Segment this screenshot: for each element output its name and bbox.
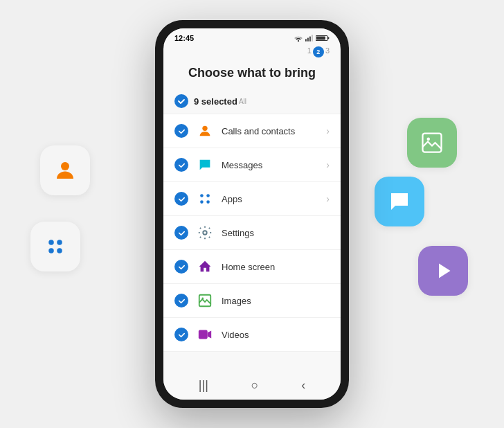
recents-gesture[interactable]: ‹ [301, 378, 305, 393]
svg-point-0 [61, 162, 69, 170]
selected-row: 9 selected All [163, 89, 341, 114]
back-gesture[interactable]: ||| [199, 378, 208, 393]
label-messages: Messages [222, 160, 326, 170]
list-item-homescreen[interactable]: Home screen [163, 250, 341, 284]
check-homescreen [174, 260, 188, 274]
label-settings: Settings [222, 228, 330, 238]
svg-rect-14 [316, 37, 325, 40]
svg-rect-10 [309, 37, 311, 42]
status-bar: 12:45 [163, 28, 341, 45]
svg-point-19 [206, 200, 210, 204]
list-item-settings[interactable]: Settings [163, 216, 341, 250]
list-item-messages[interactable]: Messages › [163, 148, 341, 182]
svg-point-17 [206, 194, 210, 197]
icon-images [195, 291, 215, 310]
home-gesture[interactable]: ○ [251, 378, 259, 393]
svg-point-15 [202, 126, 207, 131]
time-display: 12:45 [174, 34, 194, 42]
list-item-images[interactable]: Images [163, 284, 341, 318]
svg-point-20 [203, 231, 207, 235]
svg-point-16 [200, 194, 204, 197]
selected-count: 9 selected [194, 96, 237, 107]
icon-calls [195, 121, 215, 141]
check-settings [174, 226, 188, 240]
svg-point-4 [57, 248, 62, 253]
svg-point-3 [48, 248, 54, 253]
icon-messages [195, 155, 215, 175]
list-container: Calls and contacts › Messages › [163, 114, 341, 371]
step-3: 3 [325, 46, 330, 57]
svg-rect-13 [327, 37, 329, 39]
bubble-image-icon [407, 118, 457, 168]
check-messages [174, 158, 188, 172]
icon-settings [195, 223, 215, 242]
label-calls: Calls and contacts [222, 126, 326, 136]
bubble-chat-icon [375, 177, 424, 226]
bubble-person-icon [40, 145, 90, 195]
icon-apps [195, 189, 215, 208]
svg-point-6 [427, 138, 431, 141]
check-apps [174, 192, 188, 206]
page-title: Choose what to bring [163, 60, 341, 89]
list-item-videos[interactable]: Videos [163, 318, 341, 352]
chevron-calls: › [326, 125, 330, 136]
svg-rect-5 [423, 134, 442, 152]
label-homescreen: Home screen [222, 262, 330, 272]
all-check-icon [174, 94, 188, 108]
svg-point-1 [48, 240, 54, 245]
list-item-apps[interactable]: Apps › [163, 182, 341, 216]
list-item-calls[interactable]: Calls and contacts › [163, 114, 341, 148]
bubble-play-icon [418, 246, 468, 296]
label-images: Images [222, 296, 330, 306]
svg-rect-8 [305, 39, 307, 42]
step-indicator: 1 2 3 [163, 45, 341, 60]
svg-point-7 [298, 40, 299, 42]
step-1: 1 [307, 46, 312, 57]
check-calls [174, 124, 188, 138]
bubble-dots-icon [30, 222, 80, 271]
check-images [174, 294, 188, 307]
status-icons [294, 35, 330, 42]
phone-screen: 12:45 [163, 28, 341, 400]
chevron-apps: › [326, 193, 330, 204]
check-videos [174, 328, 188, 341]
svg-rect-23 [199, 330, 208, 339]
svg-point-18 [200, 200, 204, 204]
screen-content: Choose what to bring 9 selected All [163, 60, 341, 371]
svg-rect-9 [307, 37, 309, 41]
bottom-nav: ||| ○ ‹ [163, 371, 341, 400]
label-videos: Videos [222, 330, 330, 340]
svg-point-2 [57, 240, 62, 245]
all-label: All [239, 98, 246, 105]
icon-homescreen [195, 257, 215, 276]
svg-rect-11 [312, 35, 313, 42]
phone-frame: 12:45 [155, 20, 349, 408]
icon-videos [195, 325, 215, 344]
label-apps: Apps [222, 194, 326, 204]
chevron-messages: › [326, 159, 330, 170]
step-2-active: 2 [313, 46, 324, 57]
